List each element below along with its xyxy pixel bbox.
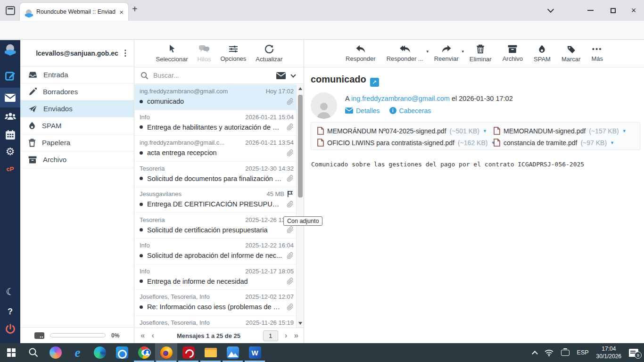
attachment-paperclip-icon bbox=[287, 226, 294, 233]
more-button[interactable]: ••• Más bbox=[591, 45, 603, 62]
taskbar-copilot-button[interactable] bbox=[44, 343, 66, 362]
attachment-item[interactable]: MEMORÁNDUM Nº074-2025-signed.pdf(~501 KB… bbox=[317, 127, 494, 135]
mail-tab-icon[interactable] bbox=[0, 88, 20, 107]
mark-button[interactable]: Marcar bbox=[561, 45, 580, 63]
logout-power-icon[interactable] bbox=[0, 324, 20, 334]
language-indicator[interactable]: ESP bbox=[577, 349, 589, 356]
window-restore-button[interactable] bbox=[603, 0, 622, 21]
tray-overflow-chevron-icon[interactable] bbox=[532, 351, 538, 357]
message-row[interactable]: ing.freddyzambrano@gmail.comHoy 17:02 co… bbox=[135, 84, 297, 110]
new-tab-button[interactable]: + bbox=[132, 4, 138, 15]
folder-enviados[interactable]: Enviados bbox=[20, 100, 134, 117]
taskbar-firefox-button[interactable] bbox=[155, 343, 177, 362]
delete-button[interactable]: Eliminar bbox=[470, 44, 492, 63]
tray-date: 30/1/2026 bbox=[596, 353, 621, 360]
unread-dot bbox=[140, 125, 143, 129]
roundcube-logo[interactable] bbox=[0, 44, 20, 56]
headers-toggle[interactable]: i Cabeceras bbox=[389, 107, 431, 115]
scroll-down-arrow[interactable] bbox=[298, 322, 302, 325]
archive-button[interactable]: Archivo bbox=[503, 45, 523, 62]
search-bar[interactable]: Buscar... bbox=[135, 67, 304, 84]
attachment-menu-caret-icon[interactable]: ▼ bbox=[483, 129, 487, 133]
next-page-icon[interactable]: › bbox=[285, 331, 288, 340]
dark-mode-moon-icon[interactable]: ☾ bbox=[0, 286, 20, 297]
message-row[interactable]: Info2026-01-21 15:04 Entrega de habilita… bbox=[135, 110, 297, 136]
start-button[interactable] bbox=[0, 343, 22, 362]
select-button[interactable]: Seleccionar bbox=[156, 44, 188, 63]
browser-tab[interactable]: Roundcube Webmail :: Enviados × bbox=[20, 3, 128, 21]
attachment-item[interactable]: constancia de tramite.pdf(~97 KB)▼ bbox=[494, 139, 634, 147]
taskbar-outlook-button[interactable] bbox=[111, 343, 133, 362]
spam-button[interactable]: SPAM bbox=[534, 45, 551, 63]
folder-papelera[interactable]: Papelera bbox=[20, 134, 134, 151]
list-scrollbar[interactable] bbox=[296, 84, 304, 328]
taskbar-chrome-button[interactable] bbox=[133, 343, 155, 362]
notifications-icon[interactable]: 9 bbox=[629, 349, 638, 357]
firefox-view-icon[interactable] bbox=[6, 6, 15, 15]
taskbar-explorer-button[interactable] bbox=[199, 343, 222, 362]
compose-icon[interactable] bbox=[0, 70, 20, 82]
attachment-item[interactable]: OFICIO LIWINS para contratista-signed.pd… bbox=[317, 139, 494, 147]
attachment-menu-caret-icon[interactable]: ▼ bbox=[622, 129, 627, 133]
folder-borradores[interactable]: Borradores bbox=[20, 83, 134, 100]
last-page-icon[interactable]: » bbox=[294, 331, 298, 340]
search-scope-envelope-icon[interactable] bbox=[276, 72, 286, 79]
wifi-icon[interactable] bbox=[545, 349, 553, 356]
tab-close-icon[interactable]: × bbox=[119, 8, 124, 16]
taskbar-word-button[interactable]: W bbox=[244, 343, 266, 362]
taskbar-photos-button[interactable] bbox=[222, 343, 244, 362]
trash-icon bbox=[476, 44, 485, 54]
reply-all-caret-icon[interactable]: ▼ bbox=[426, 49, 429, 54]
folder-entrada[interactable]: Entrada bbox=[20, 66, 134, 83]
help-icon[interactable]: ? bbox=[0, 307, 20, 317]
cpanel-icon[interactable]: cP bbox=[0, 165, 20, 173]
reply-all-button[interactable]: Responder ... ▼ bbox=[387, 45, 423, 62]
message-row[interactable]: Jesusgavilanes 45 MB Entrega DE CERTIFIC… bbox=[135, 187, 297, 213]
quota-bar: 0% bbox=[20, 327, 134, 343]
message-row[interactable]: Joseflores, Tesoreria, Info2025-11-26 15… bbox=[135, 316, 297, 328]
clock[interactable]: 17:04 30/1/2026 bbox=[596, 345, 621, 360]
tab-list-chevron-icon[interactable] bbox=[541, 0, 560, 21]
forward-caret-icon[interactable]: ▼ bbox=[461, 49, 465, 54]
folder-archivo[interactable]: Archivo bbox=[20, 151, 134, 168]
message-row[interactable]: Tesoreria2025-12-30 14:32 Solicitud de d… bbox=[135, 162, 297, 188]
open-in-new-window-icon[interactable]: ↗ bbox=[370, 78, 379, 87]
message-list: ing.freddyzambrano@gmail.comHoy 17:02 co… bbox=[135, 84, 297, 328]
folder-spam[interactable]: SPAM bbox=[20, 117, 134, 134]
flag-icon[interactable] bbox=[287, 190, 294, 197]
scroll-up-arrow[interactable] bbox=[298, 87, 302, 90]
prev-page-icon[interactable]: ‹ bbox=[151, 331, 154, 340]
window-minimize-button[interactable] bbox=[581, 0, 600, 21]
taskbar-acrobat-button[interactable] bbox=[177, 343, 199, 362]
first-page-icon[interactable]: « bbox=[140, 331, 145, 340]
contacts-icon[interactable] bbox=[0, 112, 20, 121]
reply-button[interactable]: Responder bbox=[346, 45, 376, 62]
unread-dot bbox=[140, 280, 143, 283]
account-options-kebab-icon[interactable]: ⋮ bbox=[121, 48, 129, 58]
page-number-input[interactable]: 1 bbox=[263, 330, 278, 341]
message-row[interactable]: Joseflores, Tesoreria, Info2025-12-02 12… bbox=[135, 290, 297, 316]
attachment-item[interactable]: MEMORANDUM-signed.pdf(~157 KB)▼ bbox=[494, 127, 634, 135]
refresh-button[interactable]: Actualizar bbox=[256, 44, 282, 63]
message-row[interactable]: Tesoreria2025-12-26 13:13 Solicitud de c… bbox=[135, 213, 297, 239]
settings-gear-icon[interactable]: ⚙ bbox=[0, 146, 20, 158]
message-row[interactable]: Info2025-12-17 18:05 Entrega de informe … bbox=[135, 264, 297, 290]
taskbar-edge-button[interactable] bbox=[89, 343, 111, 362]
windows-taskbar: e W ESP 17:04 30/1/2026 9 bbox=[0, 343, 644, 362]
options-button[interactable]: Opciones bbox=[220, 45, 246, 62]
scrollbar-thumb[interactable] bbox=[298, 95, 303, 197]
forward-button[interactable]: Reenviar ▼ bbox=[434, 45, 459, 62]
attachment-menu-caret-icon[interactable]: ▼ bbox=[610, 140, 614, 145]
acrobat-icon bbox=[182, 346, 195, 359]
meet-now-icon[interactable] bbox=[561, 350, 570, 356]
details-toggle[interactable]: Detalles bbox=[345, 107, 380, 115]
taskbar-search-button[interactable] bbox=[22, 343, 44, 362]
recipient-email-link[interactable]: ing.freddyzambrano@gmail.com bbox=[351, 95, 450, 102]
browser-tab-strip: Roundcube Webmail :: Enviados × + × bbox=[0, 0, 644, 21]
message-row[interactable]: Info2025-12-22 16:04 Solicitud de aproba… bbox=[135, 239, 297, 264]
calendar-icon[interactable] bbox=[0, 130, 20, 140]
message-row[interactable]: ing.freddyzambrano@gmail.c...2026-01-21 … bbox=[135, 136, 297, 162]
search-options-chevron-icon[interactable] bbox=[290, 72, 296, 77]
window-close-button[interactable]: × bbox=[624, 0, 643, 21]
taskbar-ie-button[interactable]: e bbox=[66, 343, 89, 362]
